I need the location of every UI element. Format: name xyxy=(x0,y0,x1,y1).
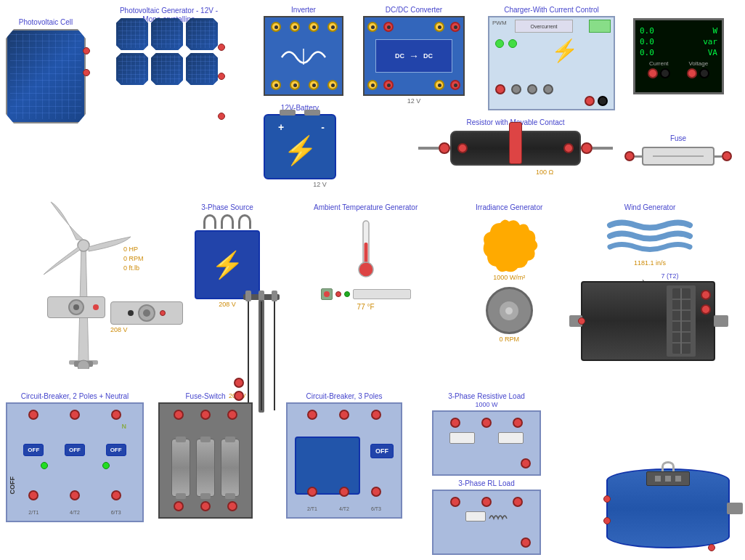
resistive-load-body[interactable] xyxy=(432,410,541,476)
breaker2-body[interactable]: N OFF OFF OFF 2/T1 4/T2 6/T3 COFF xyxy=(6,402,144,522)
resistor-body[interactable] xyxy=(450,131,581,166)
solar-panel-6[interactable] xyxy=(186,53,218,85)
fuse-switch-body[interactable] xyxy=(158,402,253,519)
dcdc-term-4[interactable] xyxy=(450,22,460,32)
rll-top-t1[interactable] xyxy=(450,497,460,507)
motor-terminal-box[interactable] xyxy=(646,471,690,486)
turbine-gearbox[interactable] xyxy=(47,296,105,318)
charger-term-1[interactable] xyxy=(585,96,595,106)
meter-term-c2[interactable] xyxy=(660,68,670,78)
inv-term-3[interactable] xyxy=(309,22,319,32)
dcdc-term-1[interactable] xyxy=(367,22,378,32)
b2-top-term-2[interactable] xyxy=(70,410,80,420)
resistor-inner-term-right[interactable] xyxy=(563,143,574,153)
irradiance-motor[interactable] xyxy=(486,287,533,334)
inv-term-4[interactable] xyxy=(327,22,338,32)
fuse-term-right[interactable] xyxy=(722,151,732,161)
pv-cell-body[interactable] xyxy=(6,29,86,123)
inv-bot-term-1[interactable] xyxy=(271,80,281,90)
thermometer[interactable] xyxy=(355,217,377,284)
breaker3-body[interactable]: OFF 2/T1 4/T2 6/T3 xyxy=(286,402,402,519)
b3-off-btn[interactable]: OFF xyxy=(370,444,394,458)
pv-gen-terminal-3[interactable] xyxy=(218,113,225,120)
inv-bot-term-4[interactable] xyxy=(327,80,338,90)
b2-off-3[interactable]: OFF xyxy=(106,444,126,456)
b2-top-term-1[interactable] xyxy=(28,410,38,420)
resistor-terminal-left[interactable] xyxy=(439,142,450,154)
dcdc-bot-term-1[interactable] xyxy=(367,80,378,90)
battery-body[interactable]: + - ⚡ xyxy=(264,114,336,179)
b2-bot-term-3[interactable] xyxy=(111,490,121,500)
b2-off-1[interactable]: OFF xyxy=(23,444,44,456)
rll-top-t3[interactable] xyxy=(513,497,523,507)
rl-top-t3[interactable] xyxy=(513,418,523,428)
b3-switch-paddle[interactable] xyxy=(295,437,360,495)
b3-top-term-2[interactable] xyxy=(339,410,349,420)
fuse-term-left[interactable] xyxy=(624,151,635,161)
dc-motor-body[interactable] xyxy=(581,281,715,361)
b3-bot-term-1[interactable] xyxy=(307,487,317,497)
motor-term-1[interactable] xyxy=(701,290,711,300)
meter-term-v2[interactable] xyxy=(699,68,709,78)
inv-bot-term-2[interactable] xyxy=(290,80,300,90)
motor-term-2[interactable] xyxy=(701,304,711,315)
wind-gen-icon[interactable] xyxy=(606,214,693,258)
solar-panel-5[interactable] xyxy=(151,53,183,85)
b3-top-term-1[interactable] xyxy=(307,410,317,420)
solar-panel-1[interactable] xyxy=(116,18,148,50)
pv-gen-terminal-1[interactable] xyxy=(218,44,225,51)
ctrl-rotor[interactable] xyxy=(138,304,155,322)
fs-top-term-1[interactable] xyxy=(174,410,184,420)
inv-term-1[interactable] xyxy=(271,22,281,32)
dcdc-bot-term-2[interactable] xyxy=(383,80,394,90)
fs-bot-term-2[interactable] xyxy=(200,501,211,511)
motor-controller-body[interactable] xyxy=(110,301,183,325)
blue-motor-body[interactable] xyxy=(606,468,730,548)
b2-bot-term-1[interactable] xyxy=(28,490,38,500)
charger-term-2[interactable] xyxy=(598,96,608,106)
rll-bot-t1[interactable] xyxy=(521,537,531,548)
b2-bot-term-2[interactable] xyxy=(70,490,80,500)
resistor-inner-term-left[interactable] xyxy=(457,143,468,153)
b3-bot-term-3[interactable] xyxy=(371,487,381,497)
rl-bot-t1[interactable] xyxy=(521,458,531,468)
dcdc-bot-term-4[interactable] xyxy=(450,80,460,90)
pv-gen-terminal-2[interactable] xyxy=(218,73,225,80)
temp-sensor-device[interactable] xyxy=(321,288,411,300)
b3-top-term-3[interactable] xyxy=(371,410,381,420)
dcdc-body[interactable]: DC → DC xyxy=(363,16,465,96)
dcdc-bot-term-3[interactable] xyxy=(434,80,444,90)
meter-term-c1[interactable] xyxy=(648,68,658,78)
rl-top-t1[interactable] xyxy=(450,418,460,428)
charger-body[interactable]: PWM Overcurrent ⚡ xyxy=(488,16,615,110)
fs-bot-term-3[interactable] xyxy=(227,501,237,511)
inv-term-2[interactable] xyxy=(290,22,300,32)
fs-top-term-2[interactable] xyxy=(200,410,211,420)
dcdc-term-2[interactable] xyxy=(383,22,394,32)
solar-panel-4[interactable] xyxy=(116,53,148,85)
fs-bot-term-1[interactable] xyxy=(174,501,184,511)
rl-load-body[interactable] xyxy=(432,490,541,555)
b3-bot-term-2[interactable] xyxy=(339,487,349,497)
resistor-terminal-right[interactable] xyxy=(581,142,593,154)
inverter-body[interactable] xyxy=(264,16,343,96)
fuse-body-container[interactable] xyxy=(624,147,732,166)
b2-top-term-3[interactable] xyxy=(111,410,121,420)
terminal-right-top[interactable] xyxy=(83,47,90,54)
inv-bot-term-3[interactable] xyxy=(309,80,319,90)
power-meter-body[interactable]: 0.0 W 0.0 var 0.0 VA Current Voltage xyxy=(633,18,724,94)
resistor-slider[interactable] xyxy=(509,122,522,164)
meter-term-v1[interactable] xyxy=(687,68,697,78)
fs-top-term-3[interactable] xyxy=(227,410,237,420)
solar-panel-2[interactable] xyxy=(151,18,183,50)
terminal-right-bottom[interactable] xyxy=(83,69,90,76)
resistor-body-container[interactable] xyxy=(418,131,613,166)
dcdc-term-3[interactable] xyxy=(434,22,444,32)
b2-off-2[interactable]: OFF xyxy=(65,444,85,456)
pv-generator-grid[interactable] xyxy=(116,18,218,85)
wind-turbine-icon[interactable] xyxy=(29,187,138,369)
pole-term-1[interactable] xyxy=(234,378,244,388)
irradiance-sun-icon[interactable] xyxy=(480,214,538,272)
rll-top-t2[interactable] xyxy=(481,497,492,507)
fuse-body[interactable] xyxy=(642,147,715,166)
